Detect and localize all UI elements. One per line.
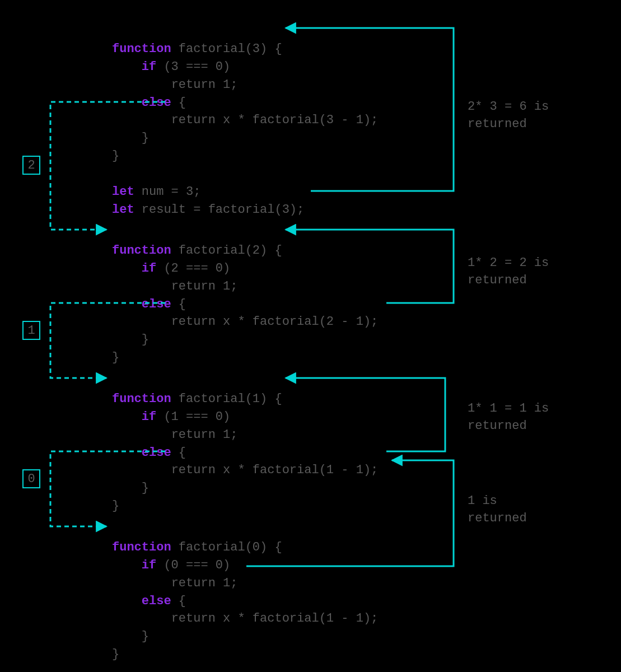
return-recur: return x * factorial(2 - 1);	[171, 315, 379, 329]
else-open: {	[171, 96, 186, 110]
if-cond: (0 === 0)	[156, 558, 230, 572]
step-label: 1	[27, 324, 35, 338]
fn-sig: factorial(3) {	[171, 42, 282, 56]
return-1: return 1;	[171, 428, 238, 442]
annotation-3: 1* 1 = 1 is returned	[468, 400, 549, 435]
code-block-4: function factorial(0) { if (0 === 0) ret…	[112, 521, 378, 664]
annotation-4: 1 is returned	[468, 493, 527, 528]
step-box-2: 2	[22, 156, 40, 175]
else-open: {	[171, 297, 186, 311]
keyword-if: if	[142, 558, 156, 572]
else-open: {	[171, 594, 186, 608]
keyword-else: else	[142, 446, 171, 460]
keyword-else: else	[142, 594, 171, 608]
close-brace: }	[142, 629, 149, 643]
let-num: num = 3;	[134, 185, 201, 199]
return-recur: return x * factorial(1 - 1);	[171, 463, 379, 477]
return-recur: return x * factorial(3 - 1);	[171, 113, 379, 127]
return-1: return 1;	[171, 576, 238, 590]
close-brace: }	[112, 647, 119, 661]
code-block-1: function factorial(3) { if (3 === 0) ret…	[112, 22, 378, 219]
return-1: return 1;	[171, 279, 238, 293]
keyword-else: else	[142, 96, 171, 110]
fn-sig: factorial(2) {	[171, 244, 282, 258]
keyword-let: let	[112, 203, 134, 217]
fn-sig: factorial(1) {	[171, 392, 282, 406]
keyword-function: function	[112, 540, 171, 554]
close-brace: }	[142, 131, 149, 145]
annotation-1: 2* 3 = 6 is returned	[468, 99, 549, 133]
keyword-if: if	[142, 410, 156, 424]
keyword-function: function	[112, 244, 171, 258]
keyword-else: else	[142, 297, 171, 311]
if-cond: (1 === 0)	[156, 410, 230, 424]
return-1: return 1;	[171, 78, 238, 92]
close-brace: }	[112, 499, 119, 513]
keyword-function: function	[112, 42, 171, 56]
step-label: 0	[27, 472, 35, 486]
step-box-1: 1	[22, 321, 40, 340]
if-cond: (2 === 0)	[156, 262, 230, 276]
code-block-3: function factorial(1) { if (1 === 0) ret…	[112, 372, 378, 515]
close-brace: }	[142, 481, 149, 495]
return-recur: return x * factorial(1 - 1);	[171, 612, 379, 626]
else-open: {	[171, 446, 186, 460]
keyword-if: if	[142, 60, 156, 74]
fn-sig: factorial(0) {	[171, 540, 282, 554]
close-brace: }	[112, 149, 119, 163]
let-result: result = factorial(3);	[134, 203, 305, 217]
keyword-let: let	[112, 185, 134, 199]
close-brace: }	[142, 333, 149, 347]
close-brace: }	[112, 351, 119, 365]
annotation-2: 1* 2 = 2 is returned	[468, 255, 549, 290]
if-cond: (3 === 0)	[156, 60, 230, 74]
step-box-0: 0	[22, 469, 40, 488]
keyword-function: function	[112, 392, 171, 406]
keyword-if: if	[142, 262, 156, 276]
code-block-2: function factorial(2) { if (2 === 0) ret…	[112, 224, 378, 367]
step-label: 2	[27, 158, 35, 172]
